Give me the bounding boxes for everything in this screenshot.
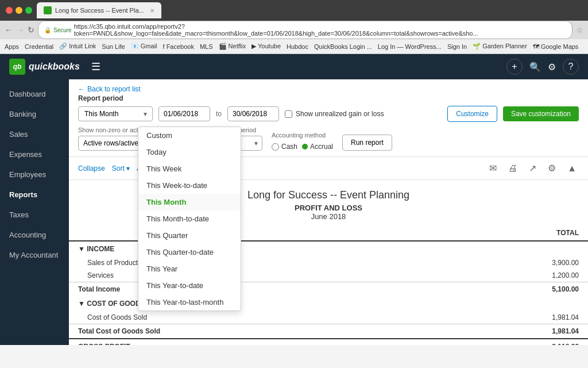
accrual-dot-icon [302, 144, 308, 150]
dropdown-item-custom[interactable]: Custom [138, 127, 241, 144]
row-label: Services [69, 269, 458, 282]
col-total-header: TOTAL [458, 225, 588, 241]
forward-button[interactable]: → [16, 25, 24, 34]
unrealized-check-label[interactable]: Show unrealized gain or loss [285, 110, 384, 118]
bookmark-intuit-link[interactable]: 🔗 Intuit Link [59, 43, 96, 50]
email-icon-button[interactable]: ✉ [487, 162, 499, 175]
customize-button[interactable]: Customize [447, 106, 497, 122]
browser-chrome: Long for Success -- Event Pla... ✕ [0, 0, 588, 21]
sidebar-item-sales[interactable]: Sales [0, 124, 69, 144]
dropdown-item-this-quarter[interactable]: This Quarter [138, 227, 241, 244]
section-label: ▼ COST OF GOODS SOLD [69, 296, 458, 311]
dropdown-item-this-month-to-date[interactable]: This Month-to-date [138, 210, 241, 227]
collapse-button[interactable]: Collapse [78, 164, 105, 172]
accounting-options: Cash Accrual [272, 141, 333, 151]
bookmark-credential[interactable]: Credential [25, 43, 53, 50]
period-dropdown-wrap: This Month Custom Today ▼ [78, 106, 153, 121]
bookmark-sun-life[interactable]: Sun Life [102, 43, 125, 50]
gross-profit-amount: 3,118.96 [458, 339, 588, 345]
period-dropdown-menu: Custom Today This Week This Week-to-date… [138, 126, 241, 311]
qb-logo-icon: qb [9, 59, 25, 75]
settings-button[interactable]: ⚙ [548, 62, 556, 72]
dropdown-item-today[interactable]: Today [138, 144, 241, 160]
subtotal-amount: 5,100.00 [458, 282, 588, 297]
sidebar-item-dashboard[interactable]: Dashboard [0, 84, 69, 104]
row-amount: 1,200.00 [458, 269, 588, 282]
sidebar-item-taxes[interactable]: Taxes [0, 205, 69, 225]
window-controls [6, 7, 32, 14]
cash-radio[interactable] [272, 143, 279, 151]
dot-red[interactable] [6, 7, 13, 14]
bookmark-youtube[interactable]: ▶ Youtube [252, 43, 281, 50]
content-area: ← Back to report list Report period This… [69, 79, 588, 345]
address-text: https://c35.qbo.intuit.com/app/reportv2?… [74, 23, 566, 37]
dot-green[interactable] [25, 7, 32, 14]
bookmark-garden[interactable]: 🌱 Garden Planner [473, 43, 527, 50]
period-label: Report period [78, 94, 579, 102]
plus-button[interactable]: + [506, 59, 523, 75]
sidebar-item-reports[interactable]: Reports [0, 185, 69, 205]
refresh-button[interactable]: ↻ [28, 25, 34, 34]
section-label: ▼ INCOME [69, 241, 458, 256]
export-icon-button[interactable]: ↗ [527, 162, 539, 175]
cash-option[interactable]: Cash [272, 143, 297, 151]
hamburger-button[interactable]: ☰ [87, 58, 105, 75]
bookmark-facebook[interactable]: f Facebook [163, 43, 194, 50]
unrealized-checkbox[interactable] [285, 110, 292, 118]
bookmark-netflix[interactable]: 🎬 Netflix [219, 43, 246, 50]
app-header: qb quickbooks ☰ + 🔍 ⚙ ? [0, 54, 588, 79]
dropdown-item-this-week[interactable]: This Week [138, 160, 241, 177]
accrual-option[interactable]: Accrual [302, 143, 333, 151]
date-to-input[interactable] [227, 106, 279, 121]
report-settings-icon-button[interactable]: ⚙ [546, 162, 558, 175]
tab-close-icon[interactable]: ✕ [150, 7, 154, 14]
dropdown-item-this-year-to-date[interactable]: This Year-to-date [138, 277, 241, 294]
sort-button[interactable]: Sort ▾ [112, 164, 130, 172]
unrealized-label-text: Show unrealized gain or loss [296, 110, 384, 118]
browser-tab[interactable]: Long for Success -- Event Pla... ✕ [37, 2, 161, 18]
bookmark-maps[interactable]: 🗺 Google Maps [533, 43, 578, 50]
subtotal-label: Total Income [69, 282, 458, 297]
bookmark-gmail[interactable]: 📧 Gmail [131, 43, 157, 50]
bookmark-apps[interactable]: Apps [5, 43, 19, 50]
search-button[interactable]: 🔍 [529, 62, 541, 72]
back-link-text: Back to report list [87, 85, 141, 93]
run-report-button[interactable]: Run report [342, 135, 392, 151]
section-amount [458, 241, 588, 256]
sidebar-item-employees[interactable]: Employees [0, 164, 69, 185]
sidebar-item-banking[interactable]: Banking [0, 104, 69, 124]
date-from-input[interactable] [158, 106, 210, 121]
save-customization-button[interactable]: Save customization [503, 106, 579, 121]
back-link[interactable]: ← Back to report list [78, 85, 579, 93]
cash-label-text: Cash [281, 143, 297, 151]
dropdown-item-this-year[interactable]: This Year [138, 260, 241, 277]
print-icon-button[interactable]: 🖨 [506, 162, 520, 175]
bookmark-sign-in[interactable]: Sign In [447, 43, 467, 50]
help-button[interactable]: ? [563, 59, 579, 75]
bookmark-qb-login[interactable]: QuickBooks Login ... [314, 43, 372, 50]
accounting-label: Accounting method [272, 132, 333, 139]
date-separator: to [216, 110, 222, 118]
dropdown-item-this-quarter-to-date[interactable]: This Quarter-to-date [138, 244, 241, 260]
accrual-label-text: Accrual [310, 143, 333, 151]
qb-logo-text: quickbooks [29, 62, 80, 72]
address-bar[interactable]: 🔒 Secure https://c35.qbo.intuit.com/app/… [38, 21, 572, 39]
secure-icon: 🔒 [44, 27, 51, 33]
dropdown-item-this-week-to-date[interactable]: This Week-to-date [138, 177, 241, 194]
table-row: Cost of Goods Sold 1,981.04 [69, 311, 588, 324]
sidebar-item-expenses[interactable]: Expenses [0, 144, 69, 164]
sidebar-item-accounting[interactable]: Accounting [0, 225, 69, 245]
bookmark-hubdoc[interactable]: Hubdoc [287, 43, 308, 50]
bookmark-wordpress[interactable]: Log In — WordPress... [378, 43, 442, 50]
dot-yellow[interactable] [16, 7, 22, 14]
dropdown-item-this-year-to-last-month[interactable]: This Year-to-last-month [138, 294, 241, 310]
collapse-icon-button[interactable]: ▲ [565, 162, 579, 175]
subtotal-amount: 1,981.04 [458, 324, 588, 339]
controls-row1: This Month Custom Today ▼ to Show unreal… [78, 106, 579, 122]
sidebar-item-accountant[interactable]: My Accountant [0, 245, 69, 265]
star-icon[interactable]: ☆ [576, 25, 583, 34]
period-dropdown[interactable]: This Month Custom Today [78, 106, 153, 121]
bookmark-mls[interactable]: MLS [200, 43, 213, 50]
back-button[interactable]: ← [5, 25, 13, 34]
dropdown-item-this-month[interactable]: This Month [138, 194, 241, 210]
